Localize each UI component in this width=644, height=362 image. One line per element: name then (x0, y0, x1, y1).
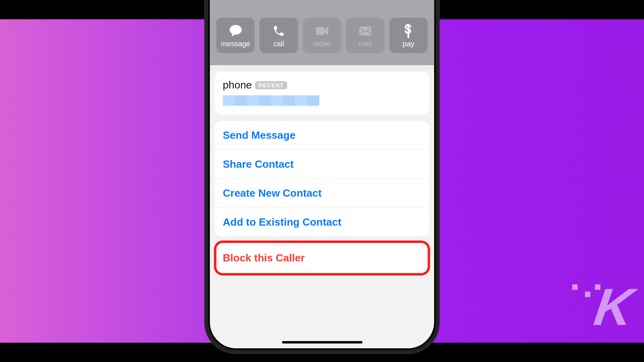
svg-rect-1 (316, 27, 324, 35)
call-label: call (273, 40, 284, 48)
phone-frame: message call video (204, 0, 440, 354)
mail-label: mail (359, 40, 372, 48)
phone-info-card[interactable]: phone RECENT (215, 72, 429, 115)
call-button[interactable]: call (260, 18, 298, 53)
block-caller-highlight[interactable]: Block this Caller (214, 241, 430, 276)
send-message-option[interactable]: Send Message (215, 121, 429, 150)
contact-action-row: message call video (210, 18, 434, 53)
mail-button: mail (346, 18, 384, 53)
svg-point-0 (229, 25, 242, 35)
message-label: message (221, 40, 250, 48)
phone-field-label: phone (223, 79, 252, 91)
phone-screen: message call video (208, 0, 436, 350)
create-new-contact-option[interactable]: Create New Contact (215, 179, 429, 208)
watermark-logo: ■ ■ ■ K (595, 281, 633, 333)
share-contact-option[interactable]: Share Contact (215, 150, 429, 179)
mail-icon (358, 23, 372, 39)
dollar-icon (404, 23, 413, 39)
pay-label: pay (402, 40, 414, 48)
message-icon (228, 23, 243, 39)
pay-button[interactable]: pay (389, 18, 427, 53)
contact-header: message call video (210, 0, 434, 65)
phone-number-redacted (223, 95, 320, 106)
video-label: video (313, 40, 330, 48)
phone-icon (272, 23, 285, 39)
svg-rect-2 (359, 27, 371, 35)
video-icon (315, 23, 329, 39)
content-area: phone RECENT Send Message Share Contact … (210, 72, 434, 350)
options-card: Send Message Share Contact Create New Co… (215, 121, 429, 237)
home-indicator[interactable] (282, 341, 362, 343)
recent-badge: RECENT (255, 81, 287, 89)
add-to-existing-contact-option[interactable]: Add to Existing Contact (215, 208, 429, 237)
video-button: video (303, 18, 341, 53)
block-caller-label: Block this Caller (223, 252, 421, 264)
message-button[interactable]: message (216, 18, 254, 53)
